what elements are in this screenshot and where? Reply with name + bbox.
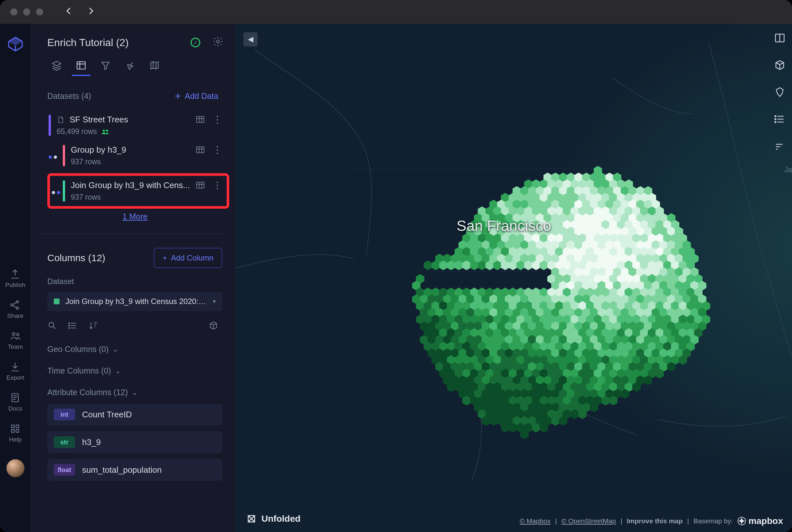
history-nav xyxy=(64,6,95,17)
svg-rect-14 xyxy=(196,117,204,123)
rail-docs[interactable]: Docs xyxy=(8,388,22,416)
attrib-improve[interactable]: Improve this map xyxy=(627,517,683,525)
rail-team[interactable]: Team xyxy=(8,326,22,354)
attrib-basemap-by: Basemap by: xyxy=(694,517,733,525)
datasets-more-link[interactable]: 1 More xyxy=(43,206,227,227)
chevron-down-icon: ⌄ xyxy=(132,388,137,397)
dataset-color-bar xyxy=(63,180,65,202)
rail-share-label: Share xyxy=(7,312,23,320)
sort-columns-button[interactable] xyxy=(89,321,98,332)
svg-point-12 xyxy=(103,130,105,132)
add-data-button[interactable]: + Add Data xyxy=(175,91,218,101)
app-logo-icon xyxy=(7,36,23,52)
split-map-button[interactable] xyxy=(774,32,786,46)
dataset-name: SF Street Trees xyxy=(70,115,128,125)
table-icon[interactable] xyxy=(196,181,205,189)
dataset-select[interactable]: Join Group by h3_9 with Census 2020: ...… xyxy=(47,292,222,311)
attrib-mapbox[interactable]: © Mapbox xyxy=(520,517,550,525)
status-ok-icon xyxy=(191,38,200,48)
rail-help[interactable]: Help xyxy=(9,419,22,447)
dataset-more-button[interactable]: ⋮ xyxy=(212,145,223,155)
dataset-more-button[interactable]: ⋮ xyxy=(212,180,223,190)
group-time[interactable]: Time Columns (0) ⌄ xyxy=(31,354,235,376)
tab-interactions[interactable] xyxy=(124,62,136,74)
unfolded-label: Unfolded xyxy=(262,514,301,524)
tab-filters[interactable] xyxy=(99,62,112,74)
chart-button[interactable] xyxy=(774,140,786,154)
mapbox-logo: ✦ mapbox xyxy=(738,516,783,526)
rail-export[interactable]: Export xyxy=(6,358,24,385)
attrib-osm[interactable]: © OpenStreetMap xyxy=(561,517,616,525)
unfolded-logo: Unfolded xyxy=(246,513,301,524)
dataset-rows: 65,499 rows xyxy=(57,127,97,136)
window-titlebar xyxy=(0,0,792,24)
dataset-item[interactable]: Group by h3_9 937 rows ⋮ xyxy=(58,140,227,171)
back-button[interactable] xyxy=(64,6,73,17)
dataset-list: SF Street Trees 65,499 rows ⋮ xyxy=(31,101,235,227)
list-view-button[interactable] xyxy=(68,321,78,332)
rail-publish[interactable]: Publish xyxy=(5,265,25,292)
svg-point-20 xyxy=(69,327,70,328)
tab-columns[interactable] xyxy=(75,62,87,74)
rail-team-label: Team xyxy=(8,343,22,350)
search-columns-button[interactable] xyxy=(47,321,57,332)
svg-point-3 xyxy=(12,332,15,336)
rail-share[interactable]: Share xyxy=(7,296,23,323)
dataset-select-label: Dataset xyxy=(31,268,235,286)
dataset-item[interactable]: SF Street Trees 65,499 rows ⋮ xyxy=(43,110,227,140)
svg-point-19 xyxy=(69,325,70,326)
svg-rect-15 xyxy=(196,147,204,153)
columns-header: Columns (12) xyxy=(47,252,105,263)
svg-point-24 xyxy=(775,121,776,123)
svg-rect-7 xyxy=(16,425,19,428)
column-item[interactable]: float sum_total_population xyxy=(47,459,222,481)
svg-point-0 xyxy=(16,301,19,303)
geofence-button[interactable] xyxy=(774,86,786,100)
chevron-down-icon: ⌄ xyxy=(112,345,118,354)
view-mode-3d-button[interactable] xyxy=(774,59,786,73)
svg-rect-16 xyxy=(196,182,204,188)
map-canvas[interactable]: ◀ San Francisco Ja Unfolded © Mapbox| © … xyxy=(235,24,792,532)
minimize-dot[interactable] xyxy=(23,8,30,16)
group-geo[interactable]: Geo Columns (0) ⌄ xyxy=(31,332,235,354)
project-title: Enrich Tutorial (2) xyxy=(47,37,129,49)
zoom-dot[interactable] xyxy=(36,8,43,16)
column-item[interactable]: str h3_9 xyxy=(47,431,222,453)
add-data-label: Add Data xyxy=(185,92,218,101)
chevron-down-icon: ▾ xyxy=(213,298,216,305)
traffic-lights xyxy=(10,8,43,16)
dataset-select-value: Join Group by h3_9 with Census 2020: ... xyxy=(65,297,207,306)
svg-rect-6 xyxy=(12,425,15,428)
table-icon[interactable] xyxy=(196,146,205,154)
dataset-color-bar xyxy=(49,115,51,136)
user-avatar[interactable] xyxy=(6,459,24,477)
tab-basemap[interactable] xyxy=(149,62,161,74)
table-icon[interactable] xyxy=(196,116,205,124)
forward-button[interactable] xyxy=(86,6,95,17)
lineage-connector-icon xyxy=(49,155,57,159)
svg-point-4 xyxy=(16,333,19,336)
group-attr-label: Attribute Columns (12) xyxy=(47,388,128,397)
svg-point-23 xyxy=(775,118,776,120)
hex-layer xyxy=(373,159,734,439)
group-time-label: Time Columns (0) xyxy=(47,366,111,376)
type-badge-float: float xyxy=(54,464,75,476)
cube-icon[interactable] xyxy=(209,321,218,332)
dataset-more-button[interactable]: ⋮ xyxy=(212,115,223,124)
settings-button[interactable] xyxy=(212,36,224,49)
svg-rect-11 xyxy=(77,62,85,69)
rail-docs-label: Docs xyxy=(8,405,22,412)
tab-layers[interactable] xyxy=(51,62,63,74)
close-dot[interactable] xyxy=(10,8,17,16)
people-icon xyxy=(101,129,110,135)
group-attr[interactable]: Attribute Columns (12) ⌄ xyxy=(31,376,235,397)
add-column-button[interactable]: + Add Column xyxy=(154,248,222,268)
rail-help-label: Help xyxy=(9,436,22,443)
svg-rect-8 xyxy=(12,430,15,433)
dataset-item[interactable]: Join Group by h3_9 with Cens... 937 rows… xyxy=(50,176,227,206)
group-geo-label: Geo Columns (0) xyxy=(47,345,109,354)
dataset-name: Group by h3_9 xyxy=(71,145,126,155)
collapse-sidebar-button[interactable]: ◀ xyxy=(244,32,257,46)
legend-button[interactable] xyxy=(774,113,786,127)
column-item[interactable]: int Count TreeID xyxy=(47,403,222,425)
